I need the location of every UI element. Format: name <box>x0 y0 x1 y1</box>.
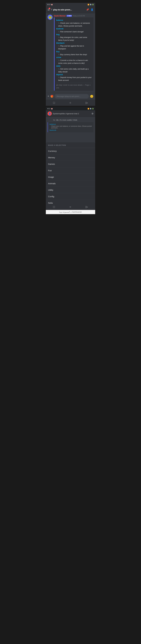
battery-icon-2: 🔋 <box>92 108 94 110</box>
gear-icon[interactable]: ⚙ <box>92 112 94 115</box>
notification-badge: 1 <box>49 8 50 9</box>
status-right: 📶 📡 🔋 <box>88 4 94 5</box>
status-time-left: A:5:0 <box>47 4 50 5</box>
hash-icon: # <box>51 8 52 11</box>
dropdown-panel: Make a selection Currency Memey Games Fu… <box>46 142 95 210</box>
username: Dank Memer <box>54 15 66 17</box>
screen-1: A:5:0 ⏰ 📶 📡 🔋 ☰ 1 # play-to-win-prem... … <box>46 3 95 106</box>
cmd-daily-desc: Get some coins daily, and build up a dai… <box>56 68 92 73</box>
battery-icon: 🔋 <box>92 4 94 5</box>
message-input[interactable]: Message #play-to-win-prem... <box>54 94 89 98</box>
chat-area-1: 🐸 Dank Memer ✓ BOT Today at 8:45 PM bala… <box>46 13 95 92</box>
dropdown-item-currency[interactable]: Currency <box>46 148 95 154</box>
status-right-2: 📶 📡 🔋 <box>88 108 94 110</box>
watermark-text: CamScanner بـ ‏المسموحة ذونيا <box>59 211 82 213</box>
dropdown-item-config[interactable]: Config <box>46 193 95 200</box>
cmd-balance-desc: Check your coin balance, or someone else… <box>56 22 92 27</box>
status-bar-1: A:5:0 ⏰ 📶 📡 🔋 <box>46 3 95 6</box>
dropdown-item-utility[interactable]: Utility <box>46 187 95 193</box>
embed: balance Check your coin balance, or some… <box>54 17 94 91</box>
cmd-balance[interactable]: balance <box>56 19 63 21</box>
bottom-nav-2: □ ○ ▷ <box>46 204 95 210</box>
cmd-blackjack-desc: Play and bet against the bot in blackjac… <box>56 44 92 50</box>
status-left-2: A:5:1 ⏰ <box>47 108 53 110</box>
timestamp: Today at 8:45 PM <box>73 15 85 17</box>
pin-icon[interactable]: 📌 <box>86 8 89 11</box>
blurred-avatar: 👤 <box>48 112 52 116</box>
blurred-channel-name: Epistemophilics #general-chat-2 <box>53 112 79 115</box>
mentions-icon-2[interactable]: ▷ <box>86 205 88 208</box>
hamburger-menu[interactable]: ☰ 1 <box>48 8 50 11</box>
cmd-crime-desc: Commit a crime for a chance to win some … <box>56 59 92 64</box>
dropdown-header: Make a selection <box>46 142 95 148</box>
blurred-channel-header: 👤 Epistemophilics #general-chat-2 ⚙ <box>46 110 95 117</box>
message-content: Dank Memer ✓ BOT Today at 8:45 PM balanc… <box>54 15 94 91</box>
gift-icon[interactable]: 🎁 <box>50 95 54 98</box>
bot-message: 🐸 Dank Memer ✓ BOT Today at 8:45 PM bala… <box>48 15 94 91</box>
clock-icon: ⏰ <box>51 4 53 5</box>
dropdown-item-games[interactable]: Games <box>46 161 95 167</box>
dropdown-item-memey[interactable]: Memey <box>46 154 95 161</box>
top-nav-1: ☰ 1 # play-to-win-prem... 📌 👤 <box>46 6 95 13</box>
cmd-beg[interactable]: beg <box>56 34 60 36</box>
status-left: A:5:0 ⏰ <box>47 4 53 5</box>
blurred-message: 0x: Idk, it's more subtle I think <box>53 119 94 121</box>
plus-icon[interactable]: + <box>48 95 49 98</box>
home-icon[interactable]: □ <box>53 101 55 104</box>
clock-icon-2: ⏰ <box>51 108 53 110</box>
search-icon[interactable]: ○ <box>69 101 71 104</box>
wifi-icon: 📶 <box>88 4 89 5</box>
app-wrapper: A:5:0 ⏰ 📶 📡 🔋 ☰ 1 # play-to-win-prem... … <box>0 0 141 644</box>
cmd-beg-desc: Beg strangers for coins, and some items … <box>56 36 92 42</box>
signal-icon: 📡 <box>90 4 92 5</box>
search-icon-2[interactable]: ○ <box>69 205 71 208</box>
cmd-buy-desc: Buy currency items from the shop! <box>56 53 92 56</box>
cmd-deposit[interactable]: deposit <box>56 74 63 76</box>
blurred-msg-text: Idk, it's more subtle I think <box>56 119 77 121</box>
nav-icons: 📌 👤 <box>86 8 94 11</box>
watermark: CamScanner بـ ‏المسموحة ذونيا <box>46 210 95 214</box>
blurred-cmd1: balance <box>50 123 56 125</box>
status-bar-2: A:5:1 ⏰ 📶 📡 🔋 <box>46 107 95 110</box>
message-input-area: + 🎁 Message #play-to-win-prem... 😊 <box>46 93 95 100</box>
cmd-deposit-desc: Deposit money from your pocket to your b… <box>56 76 92 82</box>
dropdown-item-animals[interactable]: Animals <box>46 180 95 187</box>
bottom-nav-1: □ ○ ▷ <box>46 100 95 106</box>
blurred-msg-prefix: 0x: <box>53 119 56 121</box>
home-icon-2[interactable]: □ <box>53 205 55 208</box>
cmd-blackjack[interactable]: blackjack <box>56 42 64 44</box>
bot-badge: ✓ BOT <box>66 15 72 17</box>
dropdown-item-image[interactable]: Image <box>46 174 95 180</box>
dropdown-item-fun[interactable]: Fun <box>46 167 95 174</box>
wifi-icon-2: 📶 <box>88 108 89 110</box>
emoji-icon[interactable]: 😊 <box>90 95 94 98</box>
avatar: 🐸 <box>48 15 52 20</box>
cmd-buy[interactable]: buy <box>56 50 60 52</box>
cmd-crime[interactable]: crime <box>56 56 61 58</box>
person-icon[interactable]: 👤 <box>91 8 94 11</box>
signal-icon-2: 📡 <box>90 108 92 110</box>
status-time-left-2: A:5:1 <box>47 108 50 110</box>
channel-name: play-to-win-prem... <box>53 8 86 11</box>
blurred-cmd2: bankrob <box>50 129 92 131</box>
embed-footer: pls help <cmd> to see more details — Pag… <box>56 83 92 89</box>
blurred-desc1: Check your coin balance, or someone else… <box>50 125 92 129</box>
cmd-daily[interactable]: daily <box>56 65 60 67</box>
blurred-chat: 0x: Idk, it's more subtle I think balanc… <box>46 117 95 142</box>
cmd-bankrob-desc: Rob someone's bank storage! <box>56 30 92 33</box>
screen-2: A:5:1 ⏰ 📶 📡 🔋 👤 Epistemophilics #general… <box>46 107 95 210</box>
cmd-bankrob[interactable]: bankrob <box>56 28 64 30</box>
mentions-icon[interactable]: ▷ <box>86 101 88 104</box>
message-header: Dank Memer ✓ BOT Today at 8:45 PM <box>54 15 94 17</box>
